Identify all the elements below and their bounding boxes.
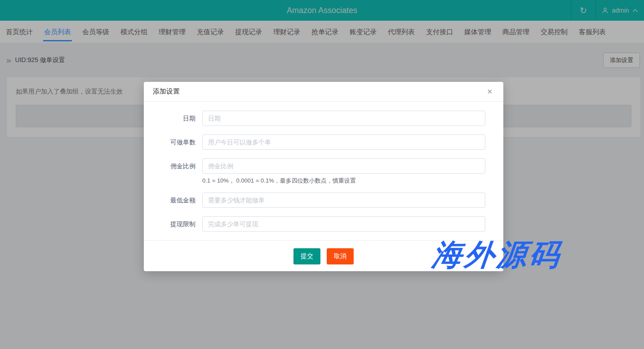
form-row-order-count: 可做单数 [153, 134, 485, 150]
watermark-text: 海外源码 [430, 235, 564, 275]
form-row-commission-rate: 佣金比例 0.1 = 10%， 0.0001 = 0.1%，最多四位数小数点，慎… [153, 158, 485, 184]
modal-body: 日期 可做单数 佣金比例 0.1 = 10%， 0.0001 = 0.1%，最多… [144, 102, 503, 232]
min-amount-label: 最低金额 [153, 192, 195, 208]
modal-title: 添加设置 [153, 87, 180, 96]
cancel-button[interactable]: 取消 [327, 248, 354, 264]
modal-header: 添加设置 ✕ [144, 82, 503, 102]
order-count-label: 可做单数 [153, 134, 195, 150]
date-label: 日期 [153, 111, 195, 126]
min-amount-input[interactable] [202, 192, 485, 208]
order-count-input[interactable] [202, 134, 485, 150]
date-input[interactable] [202, 111, 485, 126]
form-row-date: 日期 [153, 111, 485, 126]
withdraw-limit-label: 提现限制 [153, 216, 195, 232]
commission-rate-hint: 0.1 = 10%， 0.0001 = 0.1%，最多四位数小数点，慎重设置 [202, 177, 485, 184]
submit-button[interactable]: 提交 [293, 248, 320, 264]
close-icon[interactable]: ✕ [487, 88, 493, 95]
commission-rate-label: 佣金比例 [153, 158, 195, 184]
form-row-min-amount: 最低金额 [153, 192, 485, 208]
withdraw-limit-input[interactable] [202, 216, 485, 232]
commission-rate-input[interactable] [202, 158, 485, 174]
form-row-withdraw-limit: 提现限制 [153, 216, 485, 232]
